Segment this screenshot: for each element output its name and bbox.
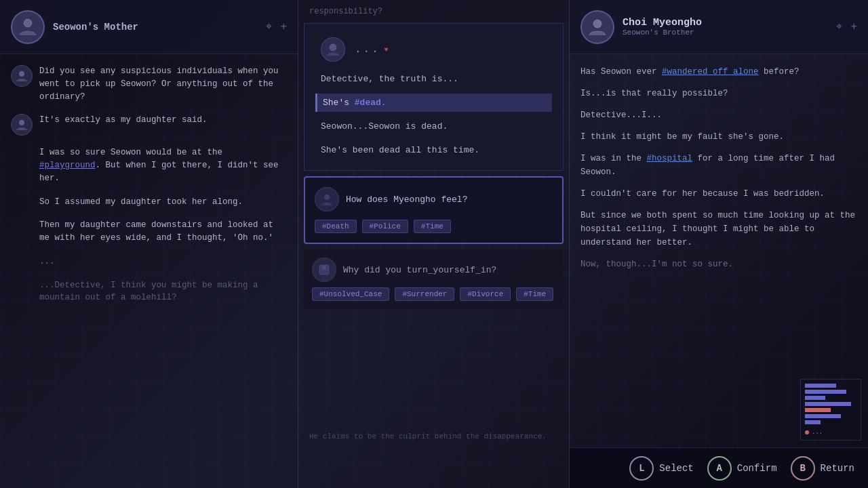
tag-police[interactable]: #Police: [362, 220, 408, 233]
tag-time[interactable]: #Time: [414, 220, 451, 233]
tag-surrender[interactable]: #Surrender: [395, 287, 454, 301]
ellipsis-text: ...: [355, 43, 380, 56]
message-text-2: It's exactly as my daughter said.: [39, 114, 208, 127]
list-item: Detective...I...: [580, 108, 857, 122]
question-header: Why did you turn_yourself_in?: [312, 258, 555, 282]
dialogue-line-1: Detective, the truth is...: [315, 70, 552, 88]
return-control[interactable]: B Return: [791, 456, 854, 481]
right-column: Choi Myeongho Seowon's Brother ⌖ + Has S…: [570, 0, 868, 488]
list-item: I was in the #hospital for a long time a…: [580, 152, 857, 179]
list-item: Then my daughter came downstairs and loo…: [11, 219, 287, 245]
dialogue-line-highlighted: She's #dead.: [315, 94, 552, 112]
left-header-icons: ⌖ +: [266, 20, 287, 33]
playground-hashtag[interactable]: #playground: [39, 161, 96, 170]
message-text-5: Then my daughter came downstairs and loo…: [39, 219, 287, 245]
right-add-icon[interactable]: +: [850, 21, 857, 33]
add-icon[interactable]: +: [280, 21, 287, 33]
question-avatar: [312, 258, 336, 282]
choice-box[interactable]: How does Myeongho feel? #Death #Police #…: [304, 176, 564, 244]
chart-label: ...: [812, 429, 823, 436]
svg-point-0: [24, 19, 32, 27]
select-label: Select: [659, 463, 693, 474]
choice-tags: #Death #Police #Time: [315, 220, 553, 233]
list-item: I think it might be my fault she's gone.: [580, 130, 857, 144]
svg-point-1: [19, 71, 24, 77]
dead-hashtag: #dead.: [355, 98, 387, 108]
list-item: Now, though...I'm not so sure.: [580, 258, 857, 271]
myeongho-avatar: [580, 10, 614, 44]
message-text-4: So I assumed my daughter took her along.: [39, 196, 243, 209]
list-item: Has Seowon ever #wandered_off_alone befo…: [580, 65, 857, 79]
mini-chart: ...: [800, 379, 861, 441]
a-button[interactable]: A: [707, 456, 732, 481]
control-bar: L Select A Confirm B Return: [570, 447, 868, 488]
chart-bar-row-6: [805, 414, 856, 418]
right-char-subtitle: Seowon's Brother: [623, 28, 702, 37]
chart-dot: [805, 430, 809, 434]
left-chat-area: Did you see any suspicious individuals w…: [0, 54, 298, 488]
b-button[interactable]: B: [791, 456, 815, 481]
middle-column: responsibility? ... ♥ Detective, the tru…: [298, 0, 570, 488]
chart-dot-row: ...: [805, 429, 856, 436]
chart-bar-3: [805, 396, 825, 400]
search-icon[interactable]: ⌖: [266, 20, 272, 33]
chart-bar-row-3: [805, 396, 856, 400]
question-tags: #Unsolved_Case #Surrender #Divorce #Time: [312, 287, 555, 301]
bottom-faded-text: He claims to be the culprit behind the d…: [309, 432, 558, 441]
svg-point-3: [330, 44, 336, 51]
chart-bar-2: [805, 390, 846, 394]
question-block: Why did you turn_yourself_in? #Unsolved_…: [304, 249, 564, 309]
top-faded-text: responsibility?: [298, 0, 569, 23]
list-item: I was so sure Seowon would be at the #pl…: [11, 146, 287, 184]
svg-point-2: [19, 120, 24, 125]
chart-bar-5: [805, 408, 831, 412]
tag-time2[interactable]: #Time: [516, 287, 553, 301]
list-item: Is...is that really possible?: [580, 87, 857, 100]
list-item: Did you see any suspicious individuals w…: [11, 65, 287, 103]
heart-icon: ♥: [384, 46, 389, 54]
right-header-icons: ⌖ +: [836, 20, 857, 33]
tag-death[interactable]: #Death: [315, 220, 357, 233]
right-search-icon[interactable]: ⌖: [836, 20, 842, 33]
list-item: ...Detective, I think you might be makin…: [11, 279, 287, 305]
chart-bar-row-2: [805, 390, 856, 394]
chart-bar-6: [805, 414, 841, 418]
tag-unsolved[interactable]: #Unsolved_Case: [312, 287, 389, 301]
message-text-6: ...: [39, 256, 55, 268]
question-text: Why did you turn_yourself_in?: [343, 265, 496, 275]
npc-thinking-row: ... ♥: [315, 35, 552, 64]
message-text-3: I was so sure Seowon would be at the #pl…: [39, 146, 287, 184]
msg-avatar-1: [11, 65, 33, 87]
return-label: Return: [821, 463, 854, 474]
svg-point-4: [324, 195, 330, 200]
choice-avatar: [315, 187, 339, 211]
right-char-info: Choi Myeongho Seowon's Brother: [623, 17, 702, 37]
confirm-control[interactable]: A Confirm: [707, 456, 777, 481]
chart-bar-row-7: [805, 420, 856, 424]
list-item: But since we both spent so much time loo…: [580, 209, 857, 249]
tag-divorce[interactable]: #Divorce: [460, 287, 511, 301]
dialogue-box: ... ♥ Detective, the truth is... She's #…: [304, 23, 564, 171]
dialogue-lines: Detective, the truth is... She's #dead. …: [315, 70, 552, 159]
wandered-hashtag[interactable]: #wandered_off_alone: [662, 67, 759, 77]
npc-avatar-dialogue: [321, 37, 345, 62]
svg-point-6: [322, 266, 326, 270]
message-text-1: Did you see any suspicious individuals w…: [39, 65, 287, 103]
l-button[interactable]: L: [629, 456, 654, 481]
chart-bar-4: [805, 402, 851, 406]
left-character-header: Seowon's Mother ⌖ +: [0, 0, 298, 54]
right-char-name: Choi Myeongho: [623, 17, 702, 28]
chart-bar-7: [805, 420, 821, 424]
left-char-name: Seowon's Mother: [53, 22, 138, 33]
svg-point-7: [593, 20, 601, 28]
list-item: I couldn't care for her because I was be…: [580, 187, 857, 201]
right-character-header: Choi Myeongho Seowon's Brother ⌖ +: [570, 0, 868, 54]
chart-bar-row-4: [805, 402, 856, 406]
dialogue-line-3: Seowon...Seowon is dead.: [315, 117, 552, 136]
chart-bar-row-1: [805, 384, 856, 388]
chart-bar-row-5: [805, 408, 856, 412]
list-item: ...: [11, 256, 287, 268]
hospital-hashtag[interactable]: #hospital: [647, 154, 693, 163]
select-control[interactable]: L Select: [629, 456, 693, 481]
main-layout: Seowon's Mother ⌖ + Did you see any susp…: [0, 0, 868, 488]
